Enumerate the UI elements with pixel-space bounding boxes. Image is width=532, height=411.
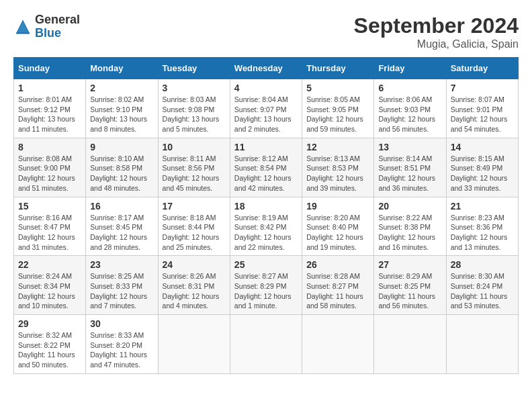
calendar-header-friday: Friday — [374, 58, 446, 79]
day-number: 20 — [378, 201, 441, 212]
logo-icon — [13, 17, 32, 36]
day-number: 1 — [18, 83, 81, 93]
day-number: 3 — [163, 83, 226, 93]
day-info: Sunrise: 8:08 AM Sunset: 9:00 PM Dayligh… — [18, 154, 81, 193]
day-number: 8 — [18, 142, 81, 152]
day-number: 17 — [163, 201, 226, 212]
day-info: Sunrise: 8:27 AM Sunset: 8:29 PM Dayligh… — [234, 271, 298, 311]
calendar-cell: 27Sunrise: 8:29 AM Sunset: 8:25 PM Dayli… — [374, 256, 446, 315]
day-info: Sunrise: 8:03 AM Sunset: 9:08 PM Dayligh… — [163, 95, 226, 134]
day-info: Sunrise: 8:30 AM Sunset: 8:24 PM Dayligh… — [451, 271, 514, 311]
day-number: 22 — [18, 259, 81, 270]
logo: General Blue — [13, 13, 80, 40]
calendar-week-row: 15Sunrise: 8:16 AM Sunset: 8:47 PM Dayli… — [14, 197, 519, 256]
day-info: Sunrise: 8:26 AM Sunset: 8:31 PM Dayligh… — [163, 271, 226, 311]
calendar-cell: 3Sunrise: 8:03 AM Sunset: 9:08 PM Daylig… — [158, 79, 230, 138]
calendar-cell: 6Sunrise: 8:06 AM Sunset: 9:03 PM Daylig… — [374, 79, 446, 138]
day-info: Sunrise: 8:07 AM Sunset: 9:01 PM Dayligh… — [451, 95, 514, 134]
day-info: Sunrise: 8:33 AM Sunset: 8:20 PM Dayligh… — [90, 330, 153, 370]
calendar-header-monday: Monday — [86, 58, 158, 79]
calendar-cell: 20Sunrise: 8:22 AM Sunset: 8:38 PM Dayli… — [374, 197, 446, 256]
day-number: 28 — [451, 259, 514, 270]
calendar-cell: 28Sunrise: 8:30 AM Sunset: 8:24 PM Dayli… — [446, 256, 518, 315]
day-number: 26 — [306, 259, 369, 270]
day-info: Sunrise: 8:18 AM Sunset: 8:44 PM Dayligh… — [163, 213, 226, 253]
calendar-header-row: SundayMondayTuesdayWednesdayThursdayFrid… — [14, 58, 519, 79]
calendar-cell: 4Sunrise: 8:04 AM Sunset: 9:07 PM Daylig… — [230, 79, 302, 138]
calendar-header-saturday: Saturday — [446, 58, 518, 79]
day-info: Sunrise: 8:24 AM Sunset: 8:34 PM Dayligh… — [18, 271, 81, 311]
day-number: 19 — [306, 201, 369, 212]
calendar-cell: 21Sunrise: 8:23 AM Sunset: 8:36 PM Dayli… — [446, 197, 518, 256]
day-number: 18 — [234, 201, 298, 212]
calendar-cell: 7Sunrise: 8:07 AM Sunset: 9:01 PM Daylig… — [446, 79, 518, 138]
calendar-cell: 11Sunrise: 8:12 AM Sunset: 8:54 PM Dayli… — [230, 138, 302, 197]
day-number: 11 — [234, 142, 298, 152]
calendar-cell: 13Sunrise: 8:14 AM Sunset: 8:51 PM Dayli… — [374, 138, 446, 197]
title-block: September 2024 Mugia, Galicia, Spain — [354, 13, 519, 50]
day-info: Sunrise: 8:23 AM Sunset: 8:36 PM Dayligh… — [451, 213, 514, 253]
calendar-header-thursday: Thursday — [302, 58, 374, 79]
location: Mugia, Galicia, Spain — [354, 38, 519, 50]
calendar-cell: 14Sunrise: 8:15 AM Sunset: 8:49 PM Dayli… — [446, 138, 518, 197]
day-info: Sunrise: 8:10 AM Sunset: 8:58 PM Dayligh… — [90, 154, 153, 193]
svg-marker-1 — [17, 21, 29, 32]
day-info: Sunrise: 8:01 AM Sunset: 9:12 PM Dayligh… — [18, 95, 81, 134]
day-number: 2 — [90, 83, 153, 93]
day-info: Sunrise: 8:02 AM Sunset: 9:10 PM Dayligh… — [90, 95, 153, 134]
day-number: 27 — [378, 259, 441, 270]
month-title: September 2024 — [354, 13, 519, 38]
day-number: 4 — [234, 83, 298, 93]
day-number: 7 — [451, 83, 514, 93]
day-info: Sunrise: 8:15 AM Sunset: 8:49 PM Dayligh… — [451, 154, 514, 193]
calendar-cell: 16Sunrise: 8:17 AM Sunset: 8:45 PM Dayli… — [86, 197, 158, 256]
calendar-cell: 9Sunrise: 8:10 AM Sunset: 8:58 PM Daylig… — [86, 138, 158, 197]
calendar-cell: 5Sunrise: 8:05 AM Sunset: 9:05 PM Daylig… — [302, 79, 374, 138]
calendar-cell: 29Sunrise: 8:32 AM Sunset: 8:22 PM Dayli… — [14, 315, 86, 374]
day-info: Sunrise: 8:19 AM Sunset: 8:42 PM Dayligh… — [234, 213, 298, 253]
calendar-cell: 10Sunrise: 8:11 AM Sunset: 8:56 PM Dayli… — [158, 138, 230, 197]
calendar-cell: 18Sunrise: 8:19 AM Sunset: 8:42 PM Dayli… — [230, 197, 302, 256]
day-number: 29 — [18, 318, 81, 329]
day-number: 9 — [90, 142, 153, 152]
day-info: Sunrise: 8:29 AM Sunset: 8:25 PM Dayligh… — [378, 271, 441, 311]
calendar-week-row: 29Sunrise: 8:32 AM Sunset: 8:22 PM Dayli… — [14, 315, 519, 374]
day-info: Sunrise: 8:20 AM Sunset: 8:40 PM Dayligh… — [306, 213, 369, 253]
day-info: Sunrise: 8:22 AM Sunset: 8:38 PM Dayligh… — [378, 213, 441, 253]
day-info: Sunrise: 8:12 AM Sunset: 8:54 PM Dayligh… — [234, 154, 298, 193]
day-number: 13 — [378, 142, 441, 152]
day-info: Sunrise: 8:11 AM Sunset: 8:56 PM Dayligh… — [163, 154, 226, 193]
calendar-cell: 12Sunrise: 8:13 AM Sunset: 8:53 PM Dayli… — [302, 138, 374, 197]
logo-text: General Blue — [35, 13, 80, 40]
logo-line1: General — [35, 13, 80, 27]
day-info: Sunrise: 8:16 AM Sunset: 8:47 PM Dayligh… — [18, 213, 81, 253]
day-number: 12 — [306, 142, 369, 152]
calendar-cell: 23Sunrise: 8:25 AM Sunset: 8:33 PM Dayli… — [86, 256, 158, 315]
calendar-cell: 1Sunrise: 8:01 AM Sunset: 9:12 PM Daylig… — [14, 79, 86, 138]
calendar-cell — [446, 315, 518, 374]
calendar-week-row: 1Sunrise: 8:01 AM Sunset: 9:12 PM Daylig… — [14, 79, 519, 138]
calendar-cell: 17Sunrise: 8:18 AM Sunset: 8:44 PM Dayli… — [158, 197, 230, 256]
calendar-cell: 19Sunrise: 8:20 AM Sunset: 8:40 PM Dayli… — [302, 197, 374, 256]
calendar-cell: 8Sunrise: 8:08 AM Sunset: 9:00 PM Daylig… — [14, 138, 86, 197]
day-info: Sunrise: 8:25 AM Sunset: 8:33 PM Dayligh… — [90, 271, 153, 311]
calendar-cell: 24Sunrise: 8:26 AM Sunset: 8:31 PM Dayli… — [158, 256, 230, 315]
page-header: General Blue September 2024 Mugia, Galic… — [13, 13, 519, 50]
logo-line2: Blue — [35, 27, 80, 40]
day-info: Sunrise: 8:28 AM Sunset: 8:27 PM Dayligh… — [306, 271, 369, 311]
day-number: 25 — [234, 259, 298, 270]
calendar-header-tuesday: Tuesday — [158, 58, 230, 79]
calendar-cell: 25Sunrise: 8:27 AM Sunset: 8:29 PM Dayli… — [230, 256, 302, 315]
calendar-week-row: 8Sunrise: 8:08 AM Sunset: 9:00 PM Daylig… — [14, 138, 519, 197]
calendar-header-sunday: Sunday — [14, 58, 86, 79]
day-number: 24 — [163, 259, 226, 270]
day-number: 30 — [90, 318, 153, 329]
calendar-cell: 26Sunrise: 8:28 AM Sunset: 8:27 PM Dayli… — [302, 256, 374, 315]
day-number: 15 — [18, 201, 81, 212]
day-number: 23 — [90, 259, 153, 270]
day-info: Sunrise: 8:17 AM Sunset: 8:45 PM Dayligh… — [90, 213, 153, 253]
calendar-cell — [158, 315, 230, 374]
day-number: 6 — [378, 83, 441, 93]
calendar-cell: 2Sunrise: 8:02 AM Sunset: 9:10 PM Daylig… — [86, 79, 158, 138]
day-info: Sunrise: 8:13 AM Sunset: 8:53 PM Dayligh… — [306, 154, 369, 193]
